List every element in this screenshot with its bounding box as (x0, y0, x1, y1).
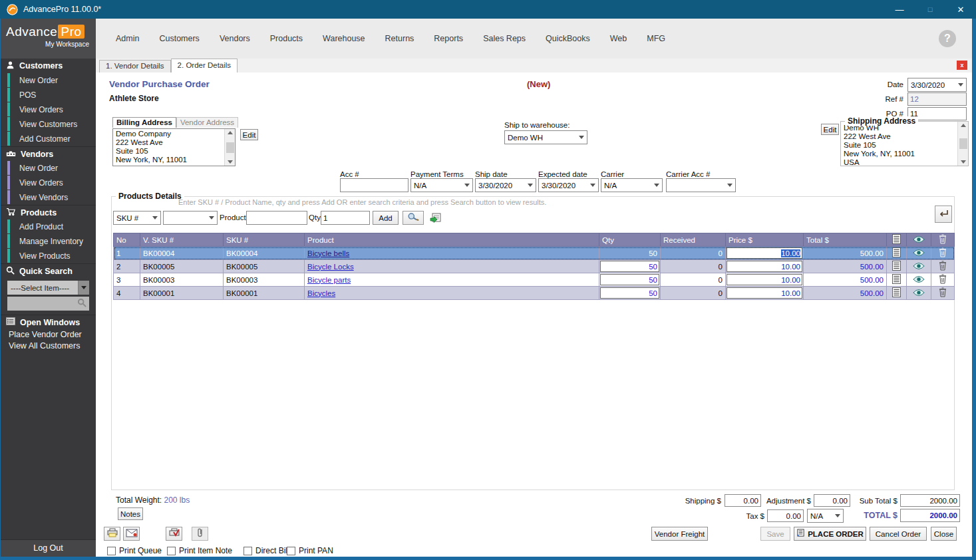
tab-order-details[interactable]: 2. Order Details (171, 59, 238, 72)
row-trash-icon[interactable] (931, 287, 955, 300)
nav-sales-reps[interactable]: Sales Reps (483, 34, 526, 43)
billing-address-scrollbar[interactable] (224, 129, 235, 166)
maximize-button[interactable]: □ (915, 5, 945, 13)
carrier-acc-select[interactable] (666, 178, 736, 192)
print-item-note-checkbox[interactable]: Print Item Note (167, 546, 232, 555)
sidebar-item-view-orders-vendor[interactable]: View Orders (7, 176, 96, 190)
edit-shipping-button[interactable]: Edit (821, 124, 839, 135)
sku-mode-select[interactable]: SKU # (113, 211, 161, 225)
return-button[interactable] (935, 206, 952, 223)
sidebar-item-view-orders-customer[interactable]: View Orders (7, 102, 96, 116)
row-eye-icon[interactable] (907, 273, 931, 287)
nav-quickbooks[interactable]: QuickBooks (546, 34, 590, 43)
logout-button[interactable]: Log Out (1, 539, 96, 557)
add-button[interactable]: Add (373, 211, 399, 225)
checkbox-icon[interactable] (287, 547, 295, 555)
sidebar-item-add-product[interactable]: Add Product (7, 219, 96, 233)
tab-vendor-details[interactable]: 1. Vendor Details (99, 60, 171, 72)
payment-terms-select[interactable]: N/A (410, 178, 473, 192)
tab-vendor-address[interactable]: Vendor Address (176, 117, 238, 128)
search-products-button[interactable] (403, 211, 424, 225)
quick-search-select[interactable]: ----Select Item---- (7, 281, 89, 295)
tax-type-select[interactable]: N/A (807, 509, 844, 523)
sidebar-item-pos[interactable]: POS (7, 88, 96, 102)
nav-returns[interactable]: Returns (385, 34, 414, 43)
vendor-freight-button[interactable]: Vendor Freight (651, 527, 708, 541)
nav-web[interactable]: Web (610, 34, 627, 43)
row-notes-icon[interactable] (887, 247, 907, 260)
row-trash-icon[interactable] (931, 260, 955, 273)
scroll-down-icon[interactable] (961, 160, 966, 164)
row-notes-icon[interactable] (887, 287, 907, 300)
order-date-select[interactable]: 3/30/2020 (907, 78, 967, 92)
row-notes-icon[interactable] (887, 260, 907, 273)
table-row[interactable]: 2 BK00005 BK00005 Bicycle Locks 0 500.00 (114, 260, 955, 273)
checkbox-icon[interactable] (107, 547, 116, 555)
nav-products[interactable]: Products (270, 34, 303, 43)
ship-to-warehouse-select[interactable]: Demo WH (504, 130, 587, 144)
tab-billing-address[interactable]: Billing Address (112, 117, 176, 128)
table-row[interactable]: 4 BK00001 BK00001 Bicycles 0 500.00 (114, 287, 955, 300)
email-button[interactable] (123, 527, 140, 541)
adjustment-field[interactable] (814, 494, 850, 507)
acc-number-field[interactable] (340, 178, 408, 192)
product-link[interactable]: Bicycles (307, 289, 335, 297)
sidebar-item-new-order-vendor[interactable]: New Order (7, 161, 96, 175)
open-window-view-all-customers[interactable]: View All Customers (1, 341, 96, 352)
price-input[interactable] (727, 287, 802, 299)
qty-field[interactable] (321, 211, 370, 225)
help-icon[interactable]: ? (939, 30, 956, 47)
chevron-down-icon[interactable] (78, 281, 89, 295)
nav-admin[interactable]: Admin (116, 34, 139, 43)
print-queue-checkbox[interactable]: Print Queue (107, 546, 162, 555)
product-link[interactable]: Bicycle bells (307, 249, 349, 257)
nav-reports[interactable]: Reports (434, 34, 463, 43)
excel-import-icon[interactable] (428, 211, 442, 225)
quick-search-input[interactable] (0, 297, 77, 311)
row-trash-icon[interactable] (931, 273, 955, 287)
scroll-thumb[interactable] (959, 138, 967, 149)
notes-button[interactable]: Notes (118, 507, 143, 520)
price-input[interactable]: 10.00 (727, 247, 802, 259)
tax-field[interactable] (767, 509, 804, 522)
edit-billing-button[interactable]: Edit (240, 129, 258, 140)
checkbox-icon[interactable] (244, 547, 252, 555)
sidebar-item-manage-inventory[interactable]: Manage Inventory (7, 234, 96, 248)
sidebar-item-view-vendors[interactable]: View Vendors (7, 190, 96, 204)
expected-date-select[interactable]: 3/30/2020 (538, 178, 599, 192)
direct-bill-checkbox[interactable]: Direct Bill (244, 546, 289, 555)
row-eye-icon[interactable] (907, 260, 931, 273)
shipping-address-scrollbar[interactable] (957, 122, 968, 166)
product-link[interactable]: Bicycle parts (307, 276, 351, 284)
search-icon[interactable] (77, 298, 86, 310)
scroll-thumb[interactable] (226, 142, 234, 153)
qty-input[interactable] (600, 287, 659, 299)
price-input[interactable] (727, 274, 802, 285)
attachment-button[interactable] (192, 527, 208, 541)
sidebar-item-add-customer[interactable]: Add Customer (7, 132, 96, 146)
nav-mfg[interactable]: MFG (647, 34, 665, 43)
scroll-down-icon[interactable] (228, 160, 233, 164)
tab-close-icon[interactable]: x (957, 61, 967, 70)
sku-value-select[interactable] (163, 211, 218, 225)
scroll-up-icon[interactable] (228, 131, 233, 134)
table-row[interactable]: 3 BK00003 BK00003 Bicycle parts 0 500.00 (114, 273, 955, 287)
row-trash-icon[interactable] (931, 247, 955, 260)
carrier-select[interactable]: N/A (601, 178, 663, 192)
cancel-order-button[interactable]: Cancel Order (870, 527, 927, 541)
print-pan-checkbox[interactable]: Print PAN (287, 546, 333, 555)
print-button[interactable] (104, 527, 120, 541)
sidebar-item-view-products[interactable]: View Products (7, 249, 96, 263)
nav-customers[interactable]: Customers (159, 34, 199, 43)
place-order-button[interactable]: PLACE ORDER (794, 527, 866, 541)
nav-warehouse[interactable]: Warehouse (323, 34, 365, 43)
row-eye-icon[interactable] (907, 287, 931, 300)
minimize-button[interactable]: — (884, 5, 915, 15)
print-check-button[interactable] (166, 527, 182, 541)
ship-date-select[interactable]: 3/30/2020 (475, 178, 536, 192)
product-search-field[interactable] (246, 211, 307, 225)
qty-input[interactable] (600, 261, 659, 272)
shipping-field[interactable] (725, 494, 761, 507)
table-row[interactable]: 1 BK00004 BK00004 Bicycle bells 50 0 10.… (114, 247, 955, 260)
close-order-button[interactable]: Close (931, 527, 957, 541)
